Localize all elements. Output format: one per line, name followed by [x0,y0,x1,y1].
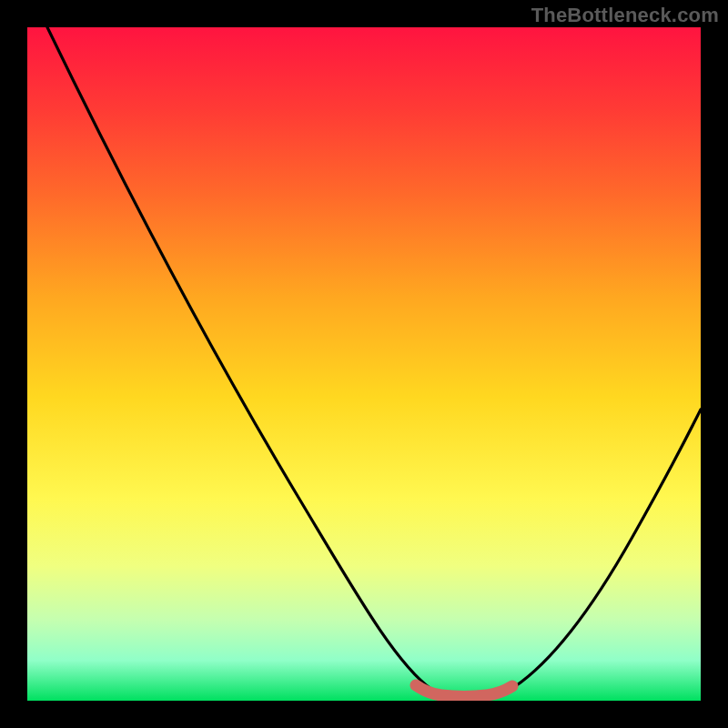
chart-frame: TheBottleneck.com [0,0,728,728]
gradient-background [27,27,701,701]
watermark-label: TheBottleneck.com [531,4,719,27]
bottleneck-chart [27,27,701,701]
